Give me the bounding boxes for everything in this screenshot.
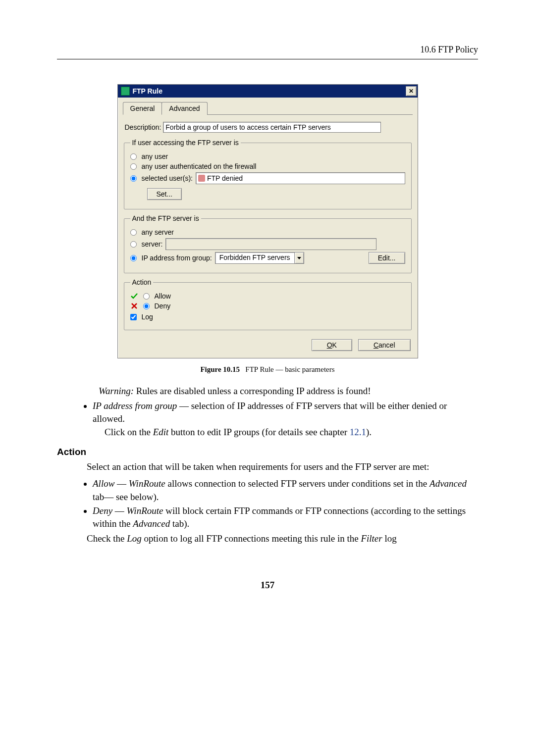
list-item: IP address from group — selection of IP …: [93, 400, 478, 439]
label-ip-group: IP address from group:: [142, 254, 212, 262]
selected-users-box: FTP denied: [196, 172, 405, 184]
server-input: [165, 238, 376, 250]
ip-group-combo[interactable]: Forbidden FTP servers: [215, 252, 304, 264]
radio-ip-group[interactable]: [130, 255, 137, 261]
chapter-link[interactable]: 12.1: [350, 427, 366, 437]
figure-text: FTP Rule — basic parameters: [245, 365, 334, 373]
dialog-title: FTP Rule: [133, 87, 406, 95]
figure-caption: Figure 10.15 FTP Rule — basic parameters: [57, 365, 478, 374]
page-header: 10.6 FTP Policy: [57, 45, 478, 59]
label-server: server:: [142, 240, 163, 248]
header-section-label: 10.6 FTP Policy: [420, 45, 478, 54]
tab-advanced[interactable]: Advanced: [161, 102, 207, 115]
action-intro: Select an action that will be taken when…: [87, 460, 478, 473]
radio-allow[interactable]: [143, 293, 150, 300]
list-item: Deny — WinRoute will block certain FTP c…: [93, 504, 478, 530]
label-any-user: any user: [142, 152, 168, 160]
warning-label: Warning:: [99, 386, 134, 396]
ok-button[interactable]: OK: [312, 339, 352, 351]
user-access-group: If user accessing the FTP server is any …: [124, 139, 412, 209]
body-text: Warning: Rules are disabled unless a cor…: [57, 385, 478, 545]
app-icon: [121, 87, 130, 96]
radio-deny[interactable]: [143, 303, 150, 309]
label-selected-users: selected user(s):: [142, 174, 193, 182]
server-group-legend: And the FTP server is: [130, 214, 201, 222]
description-label: Description:: [125, 123, 161, 131]
action-group: Action Allow Deny Log: [124, 278, 412, 330]
radio-authenticated-user[interactable]: [130, 163, 137, 170]
page-number: 157: [57, 580, 478, 591]
edit-button[interactable]: Edit...: [369, 252, 405, 264]
user-group-legend: If user accessing the FTP server is: [130, 139, 241, 147]
checkbox-log[interactable]: [130, 314, 137, 320]
label-allow: Allow: [155, 292, 171, 300]
chevron-down-icon: [294, 252, 304, 263]
users-icon: [198, 175, 205, 182]
ip-group-term: IP address from group: [93, 401, 177, 411]
warning-text: Rules are disabled unless a correspondin…: [134, 386, 371, 396]
set-button[interactable]: Set...: [147, 188, 182, 200]
server-group: And the FTP server is any server server:: [124, 214, 412, 273]
close-icon[interactable]: ✕: [406, 86, 417, 96]
radio-selected-users[interactable]: [130, 175, 137, 182]
selected-users-value: FTP denied: [207, 174, 243, 182]
figure-number: Figure 10.15: [200, 365, 240, 373]
action-group-legend: Action: [130, 278, 154, 286]
radio-any-server[interactable]: [130, 229, 137, 236]
description-input[interactable]: [163, 122, 381, 133]
action-heading: Action: [57, 446, 478, 458]
label-log: Log: [142, 313, 153, 321]
tabs: General Advanced: [123, 101, 413, 115]
deny-icon: [130, 302, 138, 310]
tab-general[interactable]: General: [123, 102, 162, 115]
label-any-server: any server: [142, 228, 174, 236]
label-authenticated-user: any user authenticated on the firewall: [142, 162, 257, 170]
radio-server[interactable]: [130, 241, 137, 248]
radio-any-user[interactable]: [130, 153, 137, 160]
list-item: Allow — WinRoute allows connection to se…: [93, 477, 478, 503]
cancel-button[interactable]: Cancel: [358, 339, 411, 351]
label-deny: Deny: [155, 302, 171, 310]
ip-group-value: Forbidden FTP servers: [215, 252, 294, 263]
check-icon: [130, 292, 138, 300]
titlebar: FTP Rule ✕: [118, 85, 418, 98]
ftp-rule-dialog: FTP Rule ✕ General Advanced Description:…: [117, 84, 418, 358]
